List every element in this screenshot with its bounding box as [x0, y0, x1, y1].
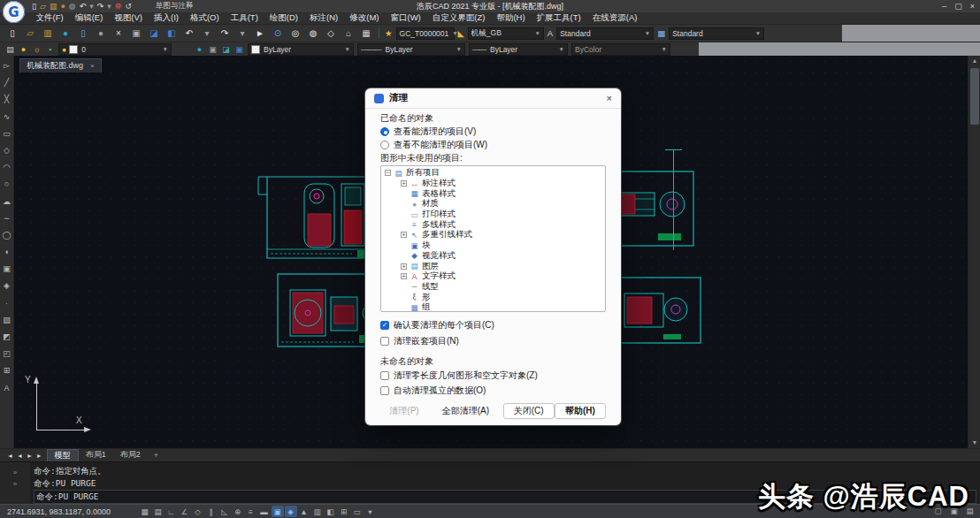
layer-lock-icon[interactable]: ▪ [43, 43, 57, 56]
revcloud-icon[interactable]: ☁ [3, 196, 11, 208]
purge-button[interactable]: 清理(P) [380, 403, 428, 419]
expand-icon[interactable] [401, 253, 407, 259]
grid-toggle[interactable]: ▤ [152, 506, 165, 517]
copy-icon[interactable]: ▣ [127, 27, 145, 41]
radio-button[interactable] [380, 127, 389, 136]
xline-icon[interactable]: ╳ [4, 94, 9, 105]
view-unpurgeable-radio-row[interactable]: 查看不能清理的项目(W) [380, 139, 487, 151]
ducs-toggle[interactable]: ◺ [218, 506, 231, 517]
scroll-up-arrow[interactable]: ▲ [969, 56, 980, 66]
move-icon[interactable]: ◇ [322, 27, 340, 41]
layer-combo[interactable]: ● 0 ▼ [58, 43, 172, 56]
mtext-icon[interactable]: A [4, 383, 9, 394]
selection-cycling-toggle[interactable]: ◈ [285, 506, 297, 517]
expand-icon[interactable]: + [401, 273, 407, 279]
confirm-each-checkbox-row[interactable]: 确认要清理的每个项目(C) [380, 319, 494, 331]
purge-nested-checkbox-row[interactable]: 清理嵌套项目(N) [380, 335, 459, 347]
tree-item-visualstyles[interactable]: ◆ 视觉样式 [381, 251, 605, 262]
layer-previous-icon[interactable]: ▣ [206, 43, 219, 56]
lineweight-toggle[interactable]: ≡ [245, 506, 257, 517]
close-button[interactable]: × [970, 0, 975, 12]
undo-icon[interactable]: ↶ [180, 27, 198, 41]
paste-icon[interactable]: ◪ [145, 27, 163, 41]
table-style-combo[interactable]: Standard▼ [669, 27, 764, 40]
clean-screen-toggle[interactable]: ⊞ [338, 506, 350, 517]
tree-item-materials[interactable]: ● 材质 [381, 199, 605, 209]
transparency-toggle[interactable]: ▬ [258, 506, 271, 517]
rectangle-icon[interactable]: ▭ [3, 128, 11, 140]
menu-item[interactable]: 编辑(E) [69, 12, 109, 24]
select-icon[interactable]: ▻ [4, 60, 10, 72]
expand-icon[interactable] [401, 294, 407, 301]
menu-item[interactable]: 窗口(W) [385, 12, 426, 24]
sphere-icon[interactable]: ● [57, 27, 74, 41]
hatch-icon[interactable]: ▨ [3, 315, 11, 326]
lineweight-combo[interactable]: —— ByLayer ▼ [469, 43, 568, 56]
expand-icon[interactable] [401, 284, 407, 290]
dialog-close-icon[interactable]: × [607, 93, 612, 103]
tab-layout1[interactable]: 布局1 [79, 449, 113, 461]
match-properties-icon[interactable]: ◧ [163, 27, 180, 41]
checkbox[interactable] [380, 371, 389, 380]
first-layout-arrow[interactable]: ◄ [5, 453, 15, 459]
tree-item-layers[interactable]: + ▤ 图层 [381, 261, 605, 271]
dim-style-icon[interactable]: ★ [385, 28, 393, 38]
spline-icon[interactable]: ∼ [4, 213, 11, 225]
polyline-icon[interactable]: ∿ [4, 111, 11, 123]
ellipse-arc-icon[interactable]: ◖ [4, 247, 9, 258]
expand-icon[interactable] [401, 191, 407, 197]
grid-icon[interactable]: ▦ [357, 27, 375, 41]
undo-dropdown-icon[interactable]: ▾ [198, 27, 216, 41]
maximize-button[interactable]: ▢ [954, 0, 962, 12]
menu-item[interactable]: 文件(F) [30, 12, 69, 24]
dyn-toggle[interactable]: ⊕ [232, 506, 244, 517]
make-block-icon[interactable]: ◈ [4, 280, 10, 292]
expand-icon[interactable]: − [385, 170, 391, 176]
menu-item[interactable]: 自定义界面(Z) [426, 12, 491, 24]
expand-icon[interactable] [401, 242, 407, 248]
menu-item[interactable]: 格式(O) [184, 12, 225, 24]
annoscale-toggle[interactable]: ▥ [311, 506, 324, 517]
tree-item-mleaderstyles[interactable]: + ↖ 多重引线样式 [381, 230, 605, 240]
linetype-combo[interactable]: ——— ByLayer ▼ [357, 43, 465, 56]
menu-item[interactable]: 绘图(D) [264, 12, 303, 24]
more-toggle[interactable]: ▾ [364, 506, 377, 517]
checkbox[interactable] [380, 386, 389, 395]
text-style-combo[interactable]: Standard▼ [556, 27, 654, 40]
osnap-toggle[interactable]: ◇ [192, 506, 204, 517]
region-icon[interactable]: ◰ [3, 348, 11, 360]
table-icon[interactable]: ⊞ [4, 365, 11, 377]
menu-item[interactable]: 工具(T) [225, 12, 264, 24]
redo-icon[interactable]: ↷ [216, 27, 234, 41]
arc-icon[interactable]: ◠ [4, 162, 11, 173]
ball-icon[interactable]: ● [92, 27, 110, 41]
checkbox[interactable] [380, 337, 389, 346]
otrack-toggle[interactable]: ∥ [205, 506, 218, 517]
expand-icon[interactable] [401, 222, 407, 228]
menu-item[interactable]: 插入(I) [148, 12, 184, 24]
menu-item[interactable]: 在线资源(A) [586, 12, 643, 24]
tree-item-tablestyles[interactable]: ▦ 表格样式 [381, 188, 605, 199]
tab-layout2[interactable]: 布局2 [113, 449, 148, 461]
menu-item[interactable]: 修改(M) [344, 12, 385, 24]
open-icon[interactable]: ▱ [21, 27, 39, 41]
close-tab-icon[interactable]: × [90, 62, 95, 70]
last-layout-arrow[interactable]: ► [34, 453, 44, 459]
command-history-handle[interactable]: » » [0, 462, 30, 505]
pan-icon[interactable]: ► [251, 27, 269, 41]
radio-button[interactable] [380, 141, 389, 149]
layer-on-icon[interactable]: ● [17, 43, 30, 56]
layer-manager-icon[interactable]: ▤ [4, 43, 17, 56]
annotation-toggle[interactable]: ▲ [298, 506, 310, 517]
expand-icon[interactable] [401, 201, 407, 207]
save-icon[interactable]: ▥ [39, 27, 57, 41]
layer-walk-icon[interactable]: ▣ [233, 43, 246, 56]
view-purgeable-radio-row[interactable]: 查看能清理的项目(V) [380, 126, 476, 138]
menu-item[interactable]: 帮助(H) [491, 12, 531, 24]
menu-item[interactable]: 标注(N) [304, 12, 344, 24]
doc-icon[interactable]: ▯ [74, 27, 92, 41]
point-icon[interactable]: · [5, 298, 8, 309]
gradient-icon[interactable]: ◩ [3, 331, 11, 343]
zoom-window-icon[interactable]: ◎ [287, 27, 304, 41]
cut-icon[interactable]: × [110, 27, 127, 41]
